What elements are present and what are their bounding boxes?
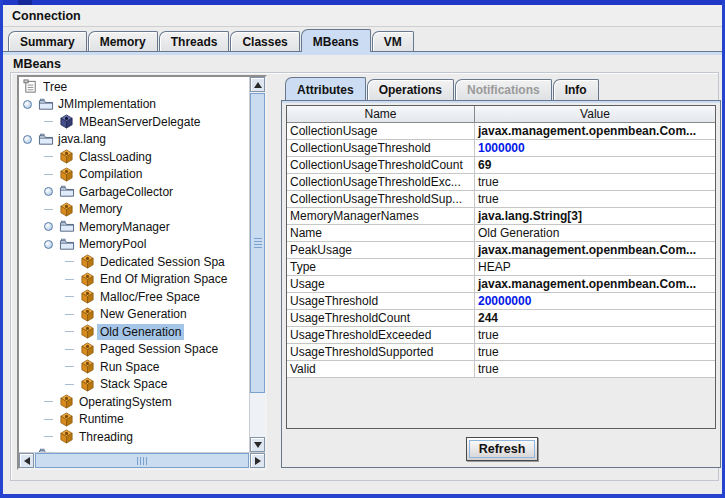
- attribute-value[interactable]: javax.management.openmbean.Com...: [475, 242, 715, 258]
- detail-tab[interactable]: Notifications: [455, 79, 552, 100]
- tree-node[interactable]: MemoryManager: [19, 218, 249, 236]
- scroll-left-button[interactable]: [19, 453, 34, 468]
- attribute-row[interactable]: CollectionUsage javax.management.openmbe…: [287, 123, 715, 140]
- attribute-row[interactable]: UsageThresholdSupported true: [287, 344, 715, 361]
- tree-node[interactable]: Memory: [19, 201, 249, 219]
- menu-item-connection[interactable]: Connection: [12, 9, 81, 23]
- attribute-name: UsageThresholdExceeded: [287, 327, 475, 343]
- scrollbar-grip-icon: [137, 457, 148, 465]
- attribute-row[interactable]: Valid true: [287, 361, 715, 378]
- tree-node[interactable]: Paged Session Space: [19, 341, 249, 359]
- tree-node[interactable]: Threading: [19, 428, 249, 446]
- tree-node[interactable]: MBeanServerDelegate: [19, 113, 249, 131]
- attribute-row[interactable]: CollectionUsageThreshold 1000000: [287, 140, 715, 157]
- attribute-row[interactable]: UsageThresholdCount 244: [287, 310, 715, 327]
- attribute-row[interactable]: CollectionUsageThresholdCount 69: [287, 157, 715, 174]
- refresh-button[interactable]: Refresh: [466, 437, 539, 461]
- attribute-row[interactable]: UsageThresholdExceeded true: [287, 327, 715, 344]
- mbean-icon: [59, 167, 76, 182]
- tree-node[interactable]: MemoryPool: [19, 236, 249, 254]
- attribute-value[interactable]: 1000000: [475, 140, 715, 156]
- tree-node[interactable]: Stack Space: [19, 376, 249, 394]
- tree-node[interactable]: OperatingSystem: [19, 393, 249, 411]
- detail-tab[interactable]: Attributes: [285, 77, 366, 100]
- tree-node[interactable]: java.lang: [19, 131, 249, 149]
- main-tab[interactable]: Summary: [8, 31, 87, 52]
- mbean-icon: [59, 412, 76, 427]
- tree-node[interactable]: Runtime: [19, 411, 249, 429]
- attribute-row[interactable]: Type HEAP: [287, 259, 715, 276]
- tree-vertical-scrollbar[interactable]: [249, 77, 265, 452]
- down-arrow-icon: [254, 442, 262, 448]
- tree-expand-handle-icon[interactable]: [44, 240, 59, 249]
- attribute-row[interactable]: CollectionUsageThresholdSup... true: [287, 191, 715, 208]
- main-tab[interactable]: Memory: [88, 31, 158, 52]
- attribute-row[interactable]: PeakUsage javax.management.openmbean.Com…: [287, 242, 715, 259]
- vertical-scrollbar-track[interactable]: [250, 393, 265, 437]
- attribute-value[interactable]: java.lang.String[3]: [475, 208, 715, 224]
- detail-tab[interactable]: Info: [553, 79, 599, 100]
- tree-node[interactable]: Dedicated Session Spa: [19, 253, 249, 271]
- folder-icon: [59, 184, 76, 199]
- attribute-row[interactable]: Name Old Generation: [287, 225, 715, 242]
- column-header-value[interactable]: Value: [475, 106, 715, 122]
- column-header-name[interactable]: Name: [287, 106, 475, 122]
- attribute-value[interactable]: true: [475, 174, 715, 190]
- tree-node-label: Memory: [76, 201, 125, 217]
- vertical-scrollbar-thumb[interactable]: [250, 93, 265, 393]
- scroll-up-button[interactable]: [250, 77, 265, 92]
- connection-window: Connection Summary Memory Threads Classe…: [0, 0, 725, 498]
- tree-collapse-handle-icon[interactable]: [44, 187, 59, 196]
- tree-node[interactable]: Run Space: [19, 358, 249, 376]
- attribute-value[interactable]: javax.management.openmbean.Com...: [475, 123, 715, 139]
- attribute-name: CollectionUsageThreshold: [287, 140, 475, 156]
- attribute-row[interactable]: MemoryManagerNames java.lang.String[3]: [287, 208, 715, 225]
- tree-node[interactable]: ClassLoading: [19, 148, 249, 166]
- tree-collapse-handle-icon[interactable]: [44, 222, 59, 231]
- attribute-value[interactable]: javax.management.openmbean.Com...: [475, 276, 715, 292]
- tree-connector: [65, 384, 80, 385]
- tree-node-label: MemoryManager: [76, 219, 173, 235]
- mbean-icon: [80, 359, 97, 374]
- attribute-value[interactable]: true: [475, 344, 715, 360]
- attribute-value[interactable]: 244: [475, 310, 715, 326]
- attribute-value[interactable]: HEAP: [475, 259, 715, 275]
- main-tab[interactable]: Threads: [159, 31, 230, 52]
- tree-node[interactable]: Malloc/Free Space: [19, 288, 249, 306]
- attribute-value[interactable]: true: [475, 191, 715, 207]
- tree-horizontal-scrollbar[interactable]: [19, 452, 265, 468]
- attribute-value[interactable]: true: [475, 327, 715, 343]
- attribute-value[interactable]: Old Generation: [475, 225, 715, 241]
- detail-tab[interactable]: Operations: [367, 79, 454, 100]
- tree-expand-handle-icon[interactable]: [23, 135, 38, 144]
- attribute-value[interactable]: true: [475, 361, 715, 377]
- main-tab[interactable]: VM: [372, 31, 414, 52]
- scroll-right-button[interactable]: [250, 453, 265, 468]
- tree-node[interactable]: Compilation: [19, 166, 249, 184]
- main-tab[interactable]: MBeans: [301, 29, 371, 52]
- main-tab[interactable]: Classes: [230, 31, 299, 52]
- attribute-row[interactable]: Usage javax.management.openmbean.Com...: [287, 276, 715, 293]
- mbean-tree: Tree: [19, 77, 249, 452]
- attribute-row[interactable]: CollectionUsageThresholdExc... true: [287, 174, 715, 191]
- attribute-name: UsageThresholdCount: [287, 310, 475, 326]
- horizontal-scrollbar-thumb[interactable]: [35, 453, 249, 468]
- tree-node[interactable]: GarbageCollector: [19, 183, 249, 201]
- attribute-value[interactable]: 20000000: [475, 293, 715, 309]
- tree-node[interactable]: End Of Migration Space: [19, 271, 249, 289]
- tree-expand-handle-icon[interactable]: [23, 100, 38, 109]
- mbean-icon: [59, 149, 76, 164]
- tree-node[interactable]: New Generation: [19, 306, 249, 324]
- folder-icon: [38, 132, 55, 147]
- attribute-row[interactable]: UsageThreshold 20000000: [287, 293, 715, 310]
- folder-icon: [38, 97, 55, 112]
- tree-connector: [65, 261, 80, 262]
- tree-node-label: java.lang: [55, 131, 109, 147]
- tree-node[interactable]: JMImplementation: [19, 96, 249, 114]
- mbean-icon: [80, 272, 97, 287]
- scroll-down-button[interactable]: [250, 437, 265, 452]
- tree-node[interactable]: Old Generation: [19, 323, 249, 341]
- attribute-value[interactable]: 69: [475, 157, 715, 173]
- tree-node[interactable]: Tree: [19, 78, 249, 96]
- mbean-tree-panel: Tree: [17, 75, 267, 470]
